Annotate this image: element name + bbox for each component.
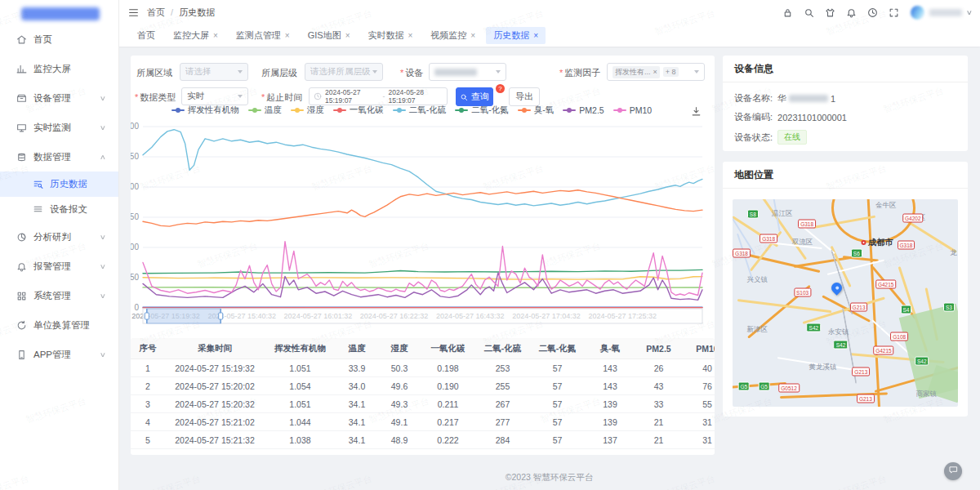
user-menu-chevron-icon[interactable]: ∨: [966, 9, 973, 16]
app-root: 首页监控大屏设备管理∨实时监测∨数据管理∧历史数据设备报文分析研判∨报警管理∨系…: [0, 0, 980, 490]
tab-close-icon[interactable]: ×: [345, 31, 350, 40]
sidebar-item-label: 实时监测: [33, 122, 71, 134]
sidebar-item-pie[interactable]: 分析研判∨: [0, 222, 118, 252]
legend-marker: [563, 107, 576, 114]
table-cell: 21: [635, 431, 682, 449]
tab-close-icon[interactable]: ×: [470, 31, 475, 40]
tab-监测点管理[interactable]: 监测点管理×: [229, 27, 297, 44]
tab-close-icon[interactable]: ×: [408, 31, 412, 40]
tag-close-icon[interactable]: ×: [653, 68, 657, 76]
map-place-label: 黄龙溪镇: [808, 363, 836, 372]
table-cell: 0.217: [421, 413, 475, 431]
legend-item[interactable]: 二氧-化氮: [455, 105, 509, 116]
sidebar-item-monitor[interactable]: 实时监测∨: [0, 113, 118, 142]
table-cell: 34.1: [336, 449, 378, 456]
menu-toggle-icon[interactable]: [128, 7, 139, 18]
tab-label: GIS地图: [308, 29, 341, 42]
search-icon: [460, 93, 468, 101]
tab-GIS地图[interactable]: GIS地图×: [301, 27, 358, 44]
sidebar-item-box[interactable]: 设备管理∨: [0, 83, 118, 113]
tab-监控大屏[interactable]: 监控大屏×: [166, 27, 225, 44]
table-header: 臭-氧: [585, 338, 635, 359]
box-icon: [16, 93, 27, 104]
device-select[interactable]: [429, 63, 506, 81]
legend-item[interactable]: 二氧-化硫: [393, 105, 447, 116]
legend-item[interactable]: 一氧化碳: [333, 105, 384, 116]
svg-text:100: 100: [131, 243, 139, 252]
sidebar-item-label: 单位换算管理: [33, 319, 90, 332]
bell-icon[interactable]: [846, 7, 857, 18]
sidebar-item-chart[interactable]: 监控大屏: [0, 54, 118, 83]
tab-视频监控[interactable]: 视频监控×: [423, 27, 483, 44]
legend-item[interactable]: 湿度: [291, 105, 324, 116]
query-help-badge[interactable]: ?: [496, 84, 505, 93]
table-cell: 2: [131, 377, 165, 395]
home-icon: [16, 34, 27, 45]
legend-item[interactable]: 温度: [248, 105, 282, 116]
table-cell: 0.190: [421, 377, 475, 395]
tab-label: 历史数据: [493, 29, 529, 42]
username[interactable]: [929, 9, 962, 16]
factor-more-tag[interactable]: + 8: [663, 67, 679, 77]
tab-close-icon[interactable]: ×: [213, 31, 218, 40]
region-select[interactable]: 请选择: [180, 63, 248, 81]
avatar[interactable]: [911, 6, 924, 20]
map-place-label: 金牛区: [875, 201, 897, 211]
lock-icon[interactable]: [782, 7, 793, 18]
table-cell: 31: [682, 413, 715, 431]
fullscreen-icon[interactable]: [889, 7, 899, 18]
factor-multiselect[interactable]: 挥发性有...× + 8: [607, 63, 705, 81]
open-tabs-bar: 首页监控大屏×监测点管理×GIS地图×实时数据×视频监控×历史数据×: [118, 24, 980, 47]
level-select[interactable]: 请选择所属层级: [305, 63, 383, 81]
history-line-chart[interactable]: 0501001502002503002024-05-27 15:19:32202…: [131, 118, 715, 332]
sidebar-item-home[interactable]: 首页: [0, 24, 118, 54]
table-cell: 56: [530, 449, 585, 456]
tab-首页[interactable]: 首页: [130, 27, 163, 44]
device-code-value: 20231101000001: [777, 113, 847, 122]
timerange-input[interactable]: 2024-05-27 15:19:07 - 2024-05-28 15:19:0…: [309, 87, 448, 105]
sidebar-item-list[interactable]: 设备报文: [0, 197, 118, 222]
sidebar-item-bell[interactable]: 报警管理∨: [0, 252, 118, 281]
legend-marker: [393, 107, 406, 114]
breadcrumb-home[interactable]: 首页: [147, 7, 165, 17]
map-place-label: 新津区: [747, 325, 768, 335]
search-icon[interactable]: [804, 7, 814, 18]
table-cell: 1: [131, 359, 165, 377]
tab-close-icon[interactable]: ×: [533, 31, 538, 40]
map-canvas[interactable]: 温江区金牛区成华区双流区兴义镇新津区永安镇黄龙溪镇商家镇龙成都市S8G4202G…: [733, 199, 958, 407]
datatype-select[interactable]: 实时: [181, 87, 248, 105]
history-table-card: 序号采集时间挥发性有机物温度湿度一氧化碳二氧-化硫二氧-化氮臭-氧PM2.5PM…: [131, 338, 715, 455]
tab-close-icon[interactable]: ×: [285, 31, 290, 40]
road-number-badge: S103: [794, 288, 811, 297]
sidebar-item-list-search[interactable]: 历史数据: [0, 172, 118, 197]
table-cell: 1.038: [265, 431, 336, 449]
tab-实时数据[interactable]: 实时数据×: [360, 27, 420, 44]
table-cell: 28: [682, 449, 715, 456]
tab-历史数据[interactable]: 历史数据×: [486, 27, 546, 44]
legend-item[interactable]: 挥发性有机物: [172, 105, 239, 116]
factor-tag[interactable]: 挥发性有...×: [612, 66, 660, 78]
chat-fab-button[interactable]: [944, 462, 962, 480]
sidebar-item-grid[interactable]: 系统管理∨: [0, 281, 118, 310]
legend-item[interactable]: PM10: [613, 105, 652, 116]
chevron-down-icon: [372, 70, 377, 74]
table-cell: 34.1: [336, 413, 378, 431]
shirt-icon[interactable]: [825, 7, 835, 18]
query-button[interactable]: 查询: [456, 87, 493, 106]
clock-icon[interactable]: [867, 7, 878, 18]
tab-label: 监测点管理: [236, 29, 281, 42]
device-name-suffix: 1: [831, 94, 835, 104]
sidebar-item-phone[interactable]: APP管理∨: [0, 340, 118, 369]
legend-item[interactable]: PM2.5: [563, 105, 604, 116]
footer-copyright: ©2023 智慧环保云平台: [118, 472, 980, 483]
map-card: 地图位置 温江区金牛区成华区双流区兴义镇新津区永安镇黄龙溪镇商家镇龙成都市S8G…: [723, 162, 968, 416]
table-cell: 57: [530, 431, 585, 449]
table-cell: 1.044: [265, 413, 336, 431]
legend-item[interactable]: 臭-氧: [518, 105, 555, 116]
export-button[interactable]: 导出: [509, 87, 540, 106]
main-content: 所属区域 请选择 所属层级 请选择所属层级 *设备 *监测因子 挥发性有...×…: [118, 47, 980, 490]
sidebar-item-database[interactable]: 数据管理∧: [0, 142, 118, 172]
legend-marker: [455, 107, 468, 114]
svg-text:150: 150: [131, 212, 139, 221]
sidebar-item-refresh[interactable]: 单位换算管理: [0, 310, 118, 340]
